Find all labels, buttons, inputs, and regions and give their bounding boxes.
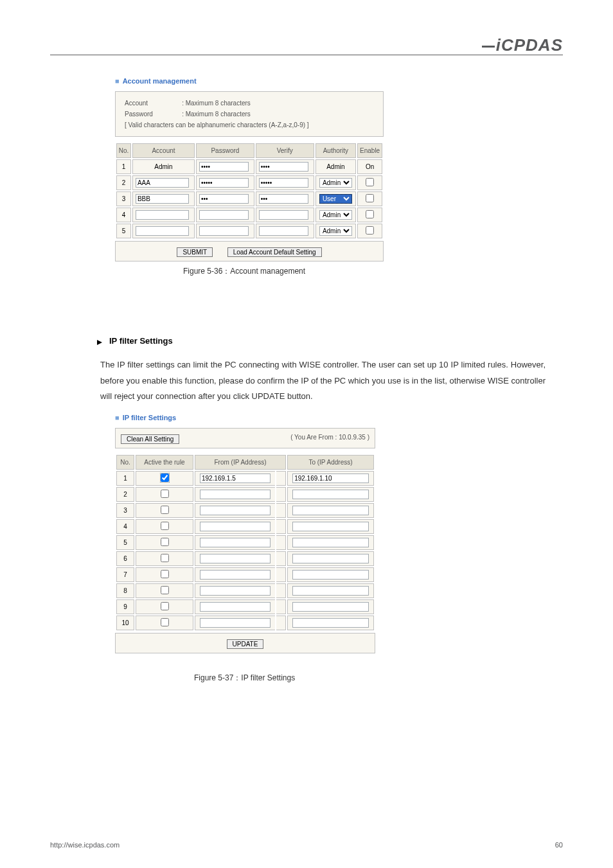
verify-input[interactable]	[259, 226, 308, 236]
ip-row-active	[136, 599, 193, 614]
row-enable	[357, 175, 382, 190]
password-input[interactable]	[199, 194, 249, 204]
enable-checkbox[interactable]	[366, 210, 374, 218]
ip-row: 7	[116, 567, 374, 582]
verify-input[interactable]	[259, 178, 308, 188]
account-management-panel: ■Account management Account : Maximum 8 …	[115, 76, 384, 261]
to-ip-input[interactable]	[292, 554, 369, 563]
ip-row-active	[136, 616, 193, 630]
to-ip-input[interactable]	[292, 522, 369, 531]
from-ip-input[interactable]	[200, 554, 271, 563]
active-checkbox[interactable]	[161, 586, 169, 594]
ip-row-gap	[276, 616, 286, 630]
submit-button[interactable]: SUBMIT	[177, 247, 213, 257]
account-input[interactable]	[136, 178, 189, 188]
from-ip-input[interactable]	[200, 474, 271, 483]
to-ip-input[interactable]	[292, 474, 369, 483]
authority-select[interactable]: AdminUser	[319, 226, 352, 236]
clean-all-button[interactable]: Clean All Setting	[121, 434, 179, 444]
col-enable: Enable	[357, 143, 382, 158]
logo-text: iCPDAS	[496, 35, 563, 55]
ip-row-no: 7	[116, 567, 134, 582]
info-table: Account : Maximum 8 characters Password …	[122, 97, 312, 131]
row-verify	[256, 208, 314, 222]
ip-row-to	[287, 535, 374, 550]
from-ip-input[interactable]	[200, 586, 271, 596]
ip-row-no: 3	[116, 503, 134, 518]
update-button[interactable]: UPDATE	[227, 639, 264, 649]
info-valid-line: [ Valid characters can be alphanumeric c…	[123, 120, 310, 130]
verify-input[interactable]	[259, 194, 308, 204]
active-checkbox[interactable]	[161, 506, 169, 514]
ip-row-no: 5	[116, 535, 134, 550]
enable-checkbox[interactable]	[366, 178, 374, 186]
row-password	[196, 175, 254, 190]
row-account: Admin	[132, 159, 195, 174]
from-ip-input[interactable]	[200, 490, 271, 499]
from-ip-input[interactable]	[200, 602, 271, 612]
col-account: Account	[132, 143, 195, 158]
row-authority: Admin	[315, 159, 357, 174]
from-ip-input[interactable]	[200, 618, 271, 628]
account-input[interactable]	[136, 194, 189, 204]
ip-row: 5	[116, 535, 374, 550]
account-input[interactable]	[136, 210, 189, 220]
active-checkbox[interactable]	[161, 490, 169, 498]
load-default-button[interactable]: Load Account Default Setting	[227, 247, 322, 257]
account-heading: ■Account management	[115, 76, 384, 91]
to-ip-input[interactable]	[292, 490, 369, 499]
col-no: No.	[116, 143, 131, 158]
to-ip-input[interactable]	[292, 570, 369, 580]
ip-col-no: No.	[116, 455, 134, 470]
ip-row-to	[287, 583, 374, 598]
ip-row: 9	[116, 599, 374, 614]
to-ip-input[interactable]	[292, 586, 369, 596]
ip-row-active	[136, 519, 193, 534]
password-input[interactable]	[199, 162, 249, 172]
authority-select[interactable]: AdminUser	[319, 210, 352, 220]
ip-row-no: 8	[116, 583, 134, 598]
verify-input[interactable]	[259, 210, 308, 220]
from-ip-input[interactable]	[200, 506, 271, 515]
to-ip-input[interactable]	[292, 602, 369, 612]
active-checkbox[interactable]	[161, 602, 169, 610]
authority-select[interactable]: AdminUser	[319, 178, 352, 188]
authority-select[interactable]: AdminUser	[319, 194, 352, 204]
row-enable	[357, 208, 382, 222]
ip-row-gap	[276, 583, 286, 598]
enable-checkbox[interactable]	[366, 226, 374, 235]
from-ip-input[interactable]	[200, 570, 271, 580]
active-checkbox[interactable]	[161, 538, 169, 546]
ip-row-active	[136, 535, 193, 550]
row-account	[132, 224, 195, 238]
footer-url: http://wise.icpdas.com	[50, 841, 120, 849]
info-password-line: : Maximum 8 characters	[181, 109, 310, 119]
ip-filter-heading: IP filter Settings	[109, 336, 173, 346]
row-authority: AdminUser	[315, 224, 357, 238]
bullet-icon: ■	[115, 77, 120, 85]
footer-page: 60	[555, 841, 563, 849]
from-ip-input[interactable]	[200, 522, 271, 531]
account-input[interactable]	[136, 226, 189, 236]
to-ip-input[interactable]	[292, 506, 369, 515]
account-row: 3AdminUser	[116, 191, 382, 206]
enable-checkbox[interactable]	[366, 194, 374, 202]
to-ip-input[interactable]	[292, 538, 369, 547]
active-checkbox[interactable]	[161, 618, 169, 626]
password-input[interactable]	[199, 178, 249, 188]
ip-row-gap	[276, 487, 286, 502]
password-input[interactable]	[199, 226, 249, 236]
ip-table: No. Active the rule From (IP Address) To…	[115, 454, 375, 632]
active-checkbox[interactable]	[161, 522, 169, 530]
from-ip-input[interactable]	[200, 538, 271, 547]
password-input[interactable]	[199, 210, 249, 220]
row-no: 3	[116, 191, 131, 206]
ip-filter-panel: ■IP filter Settings Clean All Setting ( …	[115, 412, 375, 653]
active-checkbox[interactable]	[161, 554, 169, 562]
active-checkbox[interactable]	[161, 570, 169, 578]
ip-row-no: 6	[116, 551, 134, 566]
active-checkbox[interactable]	[161, 474, 169, 482]
row-no: 5	[116, 224, 131, 238]
to-ip-input[interactable]	[292, 618, 369, 628]
verify-input[interactable]	[259, 162, 308, 172]
